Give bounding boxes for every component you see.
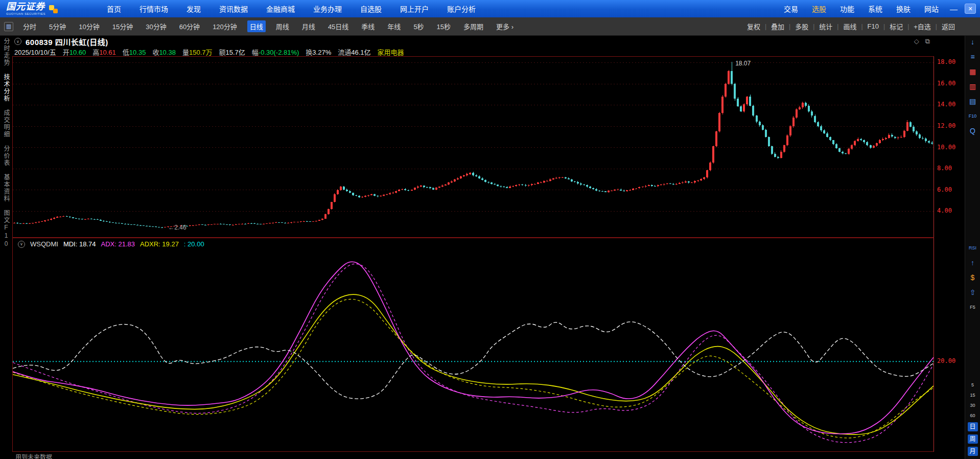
stock-name: 四川长虹 [55,38,87,47]
interval-15-button[interactable]: 15 [970,392,975,399]
rsi-indicator-button[interactable]: RSI [969,243,976,253]
interval-5-button[interactable]: 5 [971,381,974,388]
app-window: 国元证券 GUOYUAN SECURITIES 首页行情市场发现资讯数据金融商城… [0,0,980,459]
period-day-button[interactable]: 日 [968,422,978,431]
nav-item-8[interactable]: 网上开户 [400,4,429,14]
ohlc-field: 流通46.1亿 [338,47,370,56]
bar-panel-icon[interactable]: ▤ [969,96,976,106]
timeframe-tab-8[interactable]: 日线 [247,20,266,32]
panel-layout-icon[interactable]: ⧉ [925,37,930,45]
ohlc-label: 收 [152,49,159,56]
timeframe-tab-3[interactable]: 10分钟 [76,20,102,32]
price-axis-label: 16.00 [937,80,955,87]
timeframe-tab-14[interactable]: 5秒 [411,20,426,32]
side-tab-3[interactable]: 成交明细 [3,109,9,138]
side-tab-2[interactable]: 技术分析 [3,74,9,102]
nav-item-3[interactable]: 发现 [186,4,201,14]
timeframe-tab-7[interactable]: 120分钟 [210,20,240,32]
nav-item-4[interactable]: 资讯数据 [219,4,248,14]
timeframe-tab-11[interactable]: 45日线 [325,20,351,32]
kline-chart[interactable]: 18.07←2.46 [12,56,934,238]
brand-name: 国元证券 [6,2,45,11]
quick-nav-item-5[interactable]: 换肤 [896,4,911,14]
tool-button-9[interactable]: 返回 [937,21,960,31]
price-axis-label: 12.00 [937,122,955,129]
quick-nav-item-2[interactable]: 选股 [812,4,826,14]
ohlc-field: 高10.61 [92,47,116,56]
indicator-dropdown-icon[interactable]: ∨ [18,241,25,248]
close-button[interactable]: ✕ [965,4,976,14]
side-tab-1[interactable]: 分时走势 [3,38,9,66]
ohlc-field: 额15.7亿 [219,47,245,56]
nav-item-5[interactable]: 金融商城 [266,4,295,14]
price-axis-label: 4.00 [937,207,952,214]
side-tab-6[interactable]: 图文F10 [3,210,9,248]
quick-nav-item-4[interactable]: 系统 [868,4,882,14]
diamond-marker-icon[interactable]: ◇ [914,37,919,45]
timeframe-tab-5[interactable]: 30分钟 [143,20,169,32]
tool-button-2[interactable]: 叠加 [766,21,789,31]
timeframe-tab-15[interactable]: 15秒 [434,20,453,32]
grid-quote-icon[interactable]: ▦ [969,66,976,77]
timeframe-tab-9[interactable]: 周线 [273,20,292,32]
ohlc-value: 15.7亿 [226,49,245,56]
brand-logo: 国元证券 GUOYUAN SECURITIES [0,2,105,15]
nav-item-2[interactable]: 行情市场 [139,4,168,14]
indicator-value-2: ADX: 21.83 [101,240,135,248]
stock-dropdown-icon[interactable]: ∨ [14,38,21,45]
svg-text:18.07: 18.07 [735,60,751,67]
chart-type-icon[interactable]: ▥ [4,22,13,31]
minimize-button[interactable]: — [950,5,958,13]
timeframe-tab-17[interactable]: 更多 › [494,20,516,32]
timeframe-tab-13[interactable]: 年线 [385,20,403,32]
money-icon[interactable]: $ [971,272,975,283]
tool-button-4[interactable]: 统计 [814,21,837,31]
interval-30-button[interactable]: 30 [970,402,975,409]
timeframe-tab-1[interactable]: 分时 [20,20,39,32]
indicator-title-row: ∨ WSQDMI MDI: 18.74ADX: 21.83ADXR: 19.27… [16,240,204,248]
nav-item-6[interactable]: 业务办理 [313,4,342,14]
left-view-tabs: 分时走势技术分析成交明细分价表基本资料图文F10 [0,36,12,459]
nav-item-1[interactable]: 首页 [107,4,121,14]
timeframe-tab-6[interactable]: 60分钟 [177,20,202,32]
tool-button-1[interactable]: 复权 [742,21,765,31]
ohlc-field: 换3.27% [306,47,331,56]
search-icon[interactable]: Q [970,126,975,136]
ohlc-value: 2025/10/10/五 [14,49,56,56]
quick-nav-item-1[interactable]: 交易 [784,4,798,14]
kline-view-icon[interactable]: ▥ [969,81,976,91]
tool-button-8[interactable]: +自选 [909,21,936,31]
nav-item-9[interactable]: 账户分析 [447,4,476,14]
tool-button-6[interactable]: F10 [863,22,883,30]
timeframe-tab-4[interactable]: 15分钟 [110,20,135,32]
ohlc-info-row: 2025/10/10/五开10.60高10.61低10.35收10.38量150… [14,47,934,56]
ohlc-value: 10.61 [99,49,116,56]
side-tab-4[interactable]: 分价表 [3,145,9,167]
timeframe-tab-2[interactable]: 5分钟 [46,20,68,32]
interval-60-button[interactable]: 60 [970,412,975,419]
side-tab-5[interactable]: 基本资料 [3,174,9,202]
timeframe-tab-16[interactable]: 多周期 [461,20,486,32]
quick-nav-item-3[interactable]: 功能 [840,4,854,14]
tool-button-7[interactable]: 标记 [885,21,907,31]
list-icon[interactable]: ≡ [970,52,974,62]
right-icons-middle: RSI↑$⇧F5 [969,238,976,312]
f10-info-icon[interactable]: F10 [969,111,977,121]
scroll-down-icon[interactable]: ↓ [971,37,974,47]
tool-button-5[interactable]: 画线 [838,21,861,31]
nav-item-7[interactable]: 自选股 [360,4,382,14]
period-month-button[interactable]: 月 [968,447,978,456]
f5-refresh-button[interactable]: F5 [970,302,975,312]
upload-icon[interactable]: ⇧ [970,287,976,297]
dmi-indicator-panel[interactable]: ∨ WSQDMI MDI: 18.74ADX: 21.83ADXR: 19.27… [12,238,934,452]
timeframe-tab-10[interactable]: 月线 [299,20,318,32]
period-toolbar: ▥ 分时5分钟10分钟15分钟30分钟60分钟120分钟日线周线月线45日线季线… [0,17,980,36]
trend-up-icon[interactable]: ↑ [971,258,974,268]
tool-button-3[interactable]: 多股 [790,21,813,31]
ohlc-label: 流通 [338,49,351,56]
ohlc-label: 开 [63,49,69,56]
ohlc-value: 10.38 [159,49,176,56]
quick-nav-item-6[interactable]: 网站 [924,4,939,14]
period-week-button[interactable]: 周 [968,434,978,444]
timeframe-tab-12[interactable]: 季线 [359,20,377,32]
